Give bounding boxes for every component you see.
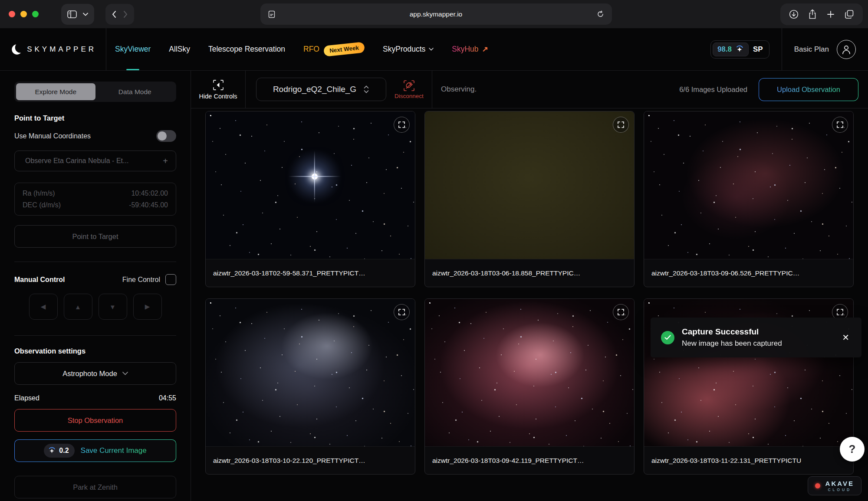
- upload-observation-button[interactable]: Upload Observation: [759, 78, 858, 101]
- browser-sidebar-icon[interactable]: [67, 10, 77, 18]
- image-card[interactable]: aizwtr_2026-03-18T03-06-18.858_PRETTYPIC…: [424, 111, 635, 287]
- expand-image-button[interactable]: [613, 304, 629, 320]
- image-filename: aizwtr_2026-03-18T03-10-22.120_PRETTYPIC…: [206, 446, 415, 474]
- back-button[interactable]: [112, 10, 117, 18]
- expand-image-button[interactable]: [394, 304, 410, 320]
- disconnect-button[interactable]: Disconnect: [386, 71, 432, 108]
- captured-image: [425, 299, 634, 446]
- manual-coordinates-toggle[interactable]: [156, 130, 176, 142]
- fullscreen-icon: [837, 121, 843, 128]
- slew-right-button[interactable]: ▶: [133, 294, 162, 320]
- observation-mode-select[interactable]: Astrophoto Mode: [14, 362, 176, 385]
- reload-icon[interactable]: [597, 10, 604, 18]
- elapsed-label: Elapsed: [14, 394, 39, 402]
- close-window-button[interactable]: [9, 11, 15, 17]
- sparkle-meter-icon: [48, 447, 56, 455]
- image-gallery: aizwtr_2026-03-18T02-59-58.371_PRETTYPIC…: [191, 108, 868, 475]
- slew-down-button[interactable]: ▼: [99, 294, 127, 320]
- viewer-toolbar: Hide Controls Rodrigo_eQ2_Chile_G Discon: [191, 71, 868, 108]
- external-link-icon: ↗: [482, 45, 488, 54]
- header-divider: [106, 28, 106, 70]
- stop-observation-button[interactable]: Stop Observation: [14, 409, 176, 432]
- image-card[interactable]: aizwtr_2026-03-18T03-10-22.120_PRETTYPIC…: [205, 298, 415, 475]
- nav-skyviewer[interactable]: SkyViewer: [115, 28, 151, 70]
- share-icon[interactable]: [808, 9, 817, 20]
- person-icon: [842, 44, 851, 55]
- downloads-icon[interactable]: [789, 10, 799, 19]
- telescope-select[interactable]: Rodrigo_eQ2_Chile_G: [256, 78, 386, 101]
- forward-button[interactable]: [123, 10, 128, 18]
- capture-toast: Capture Successful New image has been ca…: [651, 318, 861, 357]
- fine-control-checkbox[interactable]: [165, 274, 176, 285]
- expand-image-button[interactable]: [832, 117, 848, 133]
- success-check-icon: [661, 331, 674, 344]
- akave-name: AKAVE: [825, 480, 854, 487]
- image-card[interactable]: aizwtr_2026-03-18T03-09-42.119_PRETTYPIC…: [424, 298, 635, 475]
- image-card[interactable]: aizwtr_2026-03-18T02-59-58.371_PRETTYPIC…: [205, 111, 415, 287]
- credits-unit: SP: [753, 45, 763, 54]
- chevron-down-icon: [122, 372, 128, 375]
- add-target-icon[interactable]: +: [163, 156, 168, 166]
- nav-allsky[interactable]: AllSky: [169, 28, 190, 70]
- ra-label: Ra (h/m/s): [23, 190, 55, 197]
- brand-logo[interactable]: SKYMAPPER: [11, 41, 96, 58]
- fullscreen-icon: [618, 121, 624, 128]
- chevron-down-icon[interactable]: [83, 13, 88, 16]
- nav-rfo[interactable]: RFO Next Week: [303, 28, 365, 70]
- app-header: SKYMAPPER SkyViewer AllSky Telescope Res…: [0, 28, 868, 71]
- plan-label: Basic Plan: [794, 45, 829, 54]
- history-nav-group: [105, 4, 134, 25]
- active-tab-underline: [126, 69, 139, 70]
- observing-status: Observing.: [441, 85, 477, 94]
- hide-controls-button[interactable]: Hide Controls: [191, 71, 246, 108]
- coordinates-box: Ra (h/m/s) 10:45:02.00 DEC (d/m/s) -59:4…: [14, 183, 176, 216]
- mode-toggle: Explore Mode Data Mode: [14, 82, 176, 102]
- minimize-window-button[interactable]: [20, 11, 27, 17]
- observation-settings-title: Observation settings: [14, 347, 176, 355]
- help-button[interactable]: ?: [840, 437, 865, 462]
- sparkle-meter-icon: [735, 45, 744, 54]
- next-week-badge: Next Week: [323, 42, 365, 57]
- credits-widget[interactable]: 98.8 SP: [710, 40, 769, 59]
- credits-pill: 98.8: [713, 43, 749, 56]
- toast-title: Capture Successful: [682, 327, 840, 337]
- fullscreen-icon: [398, 309, 405, 315]
- user-avatar[interactable]: [837, 40, 856, 59]
- dec-label: DEC (d/m/s): [23, 201, 61, 209]
- slew-up-button[interactable]: ▲: [64, 294, 92, 320]
- nav-telescope-reservation[interactable]: Telescope Reservation: [208, 28, 285, 70]
- expand-image-button[interactable]: [394, 117, 410, 133]
- tab-overview-icon[interactable]: [845, 10, 854, 19]
- new-tab-icon[interactable]: [826, 10, 835, 19]
- disconnect-icon: [403, 80, 415, 92]
- toast-close-button[interactable]: ✕: [840, 331, 851, 344]
- expand-image-button[interactable]: [613, 117, 629, 133]
- elapsed-value: 04:55: [159, 394, 176, 402]
- save-current-image-button[interactable]: 0.2 Save Current Image: [14, 439, 176, 462]
- slew-left-button[interactable]: ◀: [29, 294, 58, 320]
- address-bar[interactable]: app.skymapper.io: [260, 3, 612, 25]
- point-to-target-button[interactable]: Point to Target: [14, 225, 176, 248]
- image-filename: aizwtr_2026-03-18T02-59-58.371_PRETTYPIC…: [206, 259, 415, 287]
- header-right: 98.8 SP Basic Plan: [710, 28, 868, 70]
- akave-cloud-badge: AKAVE CLOUD: [808, 476, 861, 495]
- captured-image: [206, 299, 415, 446]
- data-mode-tab[interactable]: Data Mode: [95, 83, 175, 100]
- target-search-input[interactable]: Observe Eta Carina Nebula - Et... +: [14, 151, 176, 171]
- reader-icon[interactable]: [268, 10, 275, 18]
- nav-skyproducts[interactable]: SkyProducts: [383, 28, 434, 70]
- dec-value: -59:40:45.00: [129, 201, 168, 209]
- nav-skyhub[interactable]: SkyHub ↗: [452, 28, 488, 70]
- captured-image: [425, 111, 634, 259]
- sidebar-toggle-group: [61, 4, 94, 25]
- fullscreen-icon: [837, 309, 843, 315]
- akave-sub: CLOUD: [828, 488, 852, 492]
- save-cost-value: 0.2: [59, 447, 69, 455]
- park-at-zenith-button[interactable]: Park at Zenith: [14, 476, 176, 498]
- image-filename: aizwtr_2026-03-18T03-09-42.119_PRETTYPIC…: [425, 446, 634, 474]
- manual-control-title: Manual Control: [14, 276, 65, 284]
- explore-mode-tab[interactable]: Explore Mode: [16, 83, 95, 100]
- zoom-window-button[interactable]: [32, 11, 39, 17]
- captured-image: [206, 111, 415, 259]
- image-card[interactable]: aizwtr_2026-03-18T03-09-06.526_PRETTYPIC…: [644, 111, 854, 287]
